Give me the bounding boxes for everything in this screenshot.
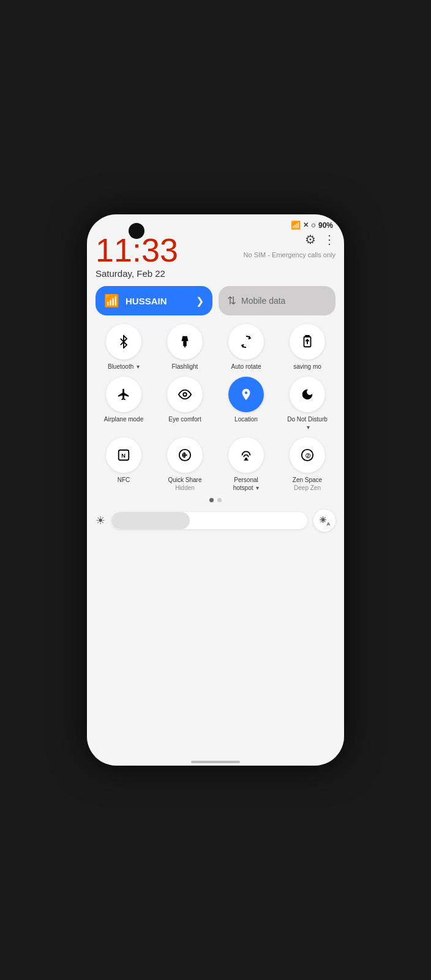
quick-tiles-grid: Bluetooth ▾FlashlightAuto rotatesaving m… [96,324,335,492]
battery-icon: ○ [311,221,316,230]
bluetooth-dropdown: ▾ [137,363,140,370]
tile-label-eye-comfort: Eye comfort [168,415,201,423]
settings-icon[interactable]: ⚙ [305,232,316,247]
page-dot-1 [209,498,214,502]
no-sim-label: No SIM - Emergency calls only [244,251,335,259]
brightness-slider[interactable] [111,512,307,529]
brightness-icon: ☀ [96,514,105,527]
tile-nfc[interactable]: NNFC [96,437,152,492]
dnd-dropdown: ▾ [307,424,310,431]
hotspot-dropdown: ▾ [256,484,259,491]
tile-circle-flashlight [167,324,203,360]
tile-flashlight[interactable]: Flashlight [157,324,213,371]
tile-label-airplane: Airplane mode [104,415,143,423]
top-section: 11:33 Saturday, Feb 22 ⚙ ⋮ No SIM - Emer… [96,232,335,279]
tile-circle-location [228,377,264,412]
more-options-icon[interactable]: ⋮ [323,232,335,247]
wifi-ssid-label: HUSSAIN [126,296,190,306]
bottom-nav [87,756,344,766]
tile-circle-saving-mode [290,324,325,360]
battery-percent: 90% [318,221,333,230]
mobile-data-icon: ⇅ [227,294,236,307]
main-content: 11:33 Saturday, Feb 22 ⚙ ⋮ No SIM - Emer… [87,232,344,756]
tile-label-bluetooth: Bluetooth ▾ [108,363,140,371]
svg-rect-4 [305,336,309,337]
status-icons: 📶 ✕ ○ 90% [291,221,333,230]
mobile-data-label: Mobile data [241,296,285,306]
tile-hotspot[interactable]: Personalhotspot ▾ [218,437,274,492]
screen: 📶 ✕ ○ 90% 11:33 Saturday, Feb 22 ⚙ ⋮ [87,214,344,766]
tile-circle-zen-space: Ⓩ [290,437,325,473]
control-icons-row: ⚙ ⋮ [305,232,335,247]
tile-label-zen-space: Zen SpaceDeep Zen [293,476,322,492]
status-bar: 📶 ✕ ○ 90% [87,214,344,232]
tile-quick-share[interactable]: Quick ShareHidden [157,437,213,492]
page-indicator [96,498,335,502]
tile-do-not-disturb[interactable]: Do Not Disturb ▾ [279,377,335,431]
tile-label-nfc: NFC [118,476,130,484]
tile-location[interactable]: Location [218,377,274,431]
tile-circle-quick-share [167,437,203,473]
tile-circle-airplane [106,377,141,412]
tile-circle-hotspot [228,437,264,473]
tile-circle-auto-rotate [228,324,264,360]
auto-brightness-icon: ☀A [319,515,331,527]
mobile-data-button[interactable]: ⇅ Mobile data [219,286,335,315]
quick-share-sub: Hidden [168,484,201,492]
tile-label-location: Location [234,415,258,423]
wifi-icon: 📶 [104,293,119,308]
svg-point-6 [183,393,187,397]
zen-space-sub: Deep Zen [293,484,322,492]
brightness-fill [111,512,190,529]
tile-zen-space[interactable]: ⓏZen SpaceDeep Zen [279,437,335,492]
tile-circle-eye-comfort [167,377,203,412]
xmark-icon: ✕ [303,221,309,229]
tile-label-hotspot: Personalhotspot ▾ [233,476,260,492]
wifi-arrow-icon: ❯ [196,295,204,307]
top-right-controls: ⚙ ⋮ No SIM - Emergency calls only [244,232,335,259]
toggle-row: 📶 HUSSAIN ❯ ⇅ Mobile data [96,286,335,315]
svg-marker-1 [182,336,189,341]
tile-label-auto-rotate: Auto rotate [231,363,261,371]
time-date: 11:33 Saturday, Feb 22 [96,232,178,279]
tile-label-quick-share: Quick ShareHidden [168,476,201,492]
svg-text:Ⓩ: Ⓩ [305,453,311,459]
tile-eye-comfort[interactable]: Eye comfort [157,377,213,431]
wifi-button[interactable]: 📶 HUSSAIN ❯ [96,286,212,315]
tile-label-saving-mode: saving mo [293,363,321,371]
camera-hole [129,223,144,239]
svg-text:N: N [121,453,126,459]
tile-circle-nfc: N [106,437,141,473]
phone-frame: 📶 ✕ ○ 90% 11:33 Saturday, Feb 22 ⚙ ⋮ [87,214,344,766]
svg-point-10 [245,458,247,460]
tile-bluetooth[interactable]: Bluetooth ▾ [96,324,152,371]
page-dot-2 [217,498,222,502]
tile-circle-do-not-disturb [290,377,325,412]
tile-label-do-not-disturb: Do Not Disturb ▾ [286,415,329,431]
brightness-row: ☀ ☀A [96,510,335,532]
wifi-status-icon: 📶 [291,221,301,230]
tile-circle-bluetooth [106,324,141,360]
svg-rect-0 [183,341,187,346]
tile-auto-rotate[interactable]: Auto rotate [218,324,274,371]
auto-brightness-button[interactable]: ☀A [313,510,335,532]
date-display: Saturday, Feb 22 [96,268,178,279]
tile-airplane[interactable]: Airplane mode [96,377,152,431]
home-indicator[interactable] [191,761,240,763]
tile-saving-mode[interactable]: saving mo [279,324,335,371]
tile-label-flashlight: Flashlight [172,363,198,371]
